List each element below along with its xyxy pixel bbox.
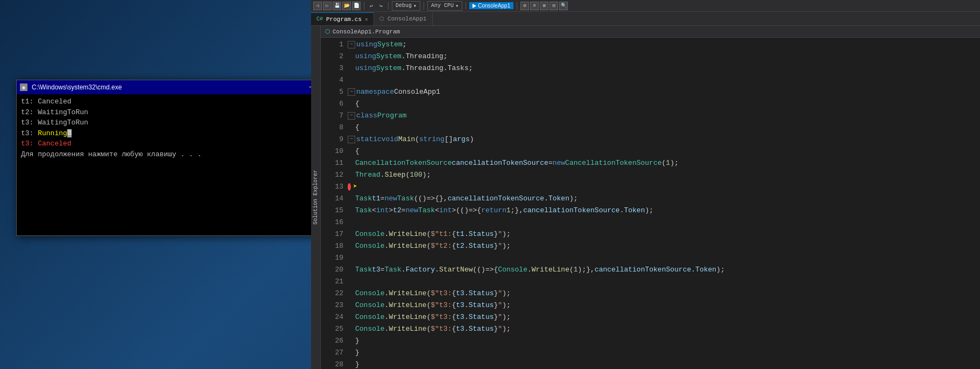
line-num-11: 11 [325, 157, 343, 169]
line-num-22: 22 [325, 288, 343, 300]
cmd-icon: ▣ [20, 83, 27, 91]
code-line-21 [348, 276, 980, 288]
code-line-2: using System.Threading; [348, 51, 980, 62]
tab-close-button[interactable]: ✕ [365, 16, 368, 23]
code-line-27: } [348, 347, 980, 359]
line-num-8: 8 [325, 122, 343, 134]
toolbar-icon-fwd[interactable]: ▷ [323, 2, 332, 10]
line-num-4: 4 [325, 74, 343, 86]
code-line-4 [348, 74, 980, 86]
breakpoint-icon [348, 183, 351, 191]
platform-dropdown[interactable]: Any CPU ▾ [427, 1, 462, 11]
line-num-3: 3 [325, 62, 343, 74]
code-line-9: − static void Main(string[] args) [348, 134, 980, 145]
vs-toolbar: ◁ ▷ 💾 📂 📄 ↩ ↪ Debug ▾ Any CPU ▾ Co [311, 0, 980, 12]
tab-consoleapp1[interactable]: ⬡ ConsoleApp1 [374, 12, 433, 25]
vs-tabs: C# Program.cs ✕ ⬡ ConsoleApp1 [311, 12, 980, 26]
toolbar-icon-new[interactable]: 📄 [352, 2, 361, 10]
play-icon [473, 4, 476, 8]
tab-program-cs[interactable]: C# Program.cs ✕ [311, 12, 374, 25]
code-line-7: − class Program [348, 110, 980, 122]
line-num-28: 28 [325, 359, 343, 369]
debug-config-label: Debug [396, 3, 412, 9]
tab-project-icon: ⬡ [379, 16, 384, 22]
code-line-3: using System.Threading.Tasks; [348, 62, 980, 74]
code-line-28: } [348, 359, 980, 369]
code-line-17: Console.WriteLine($"t1: {t1.Status}"); [348, 228, 980, 240]
vs-code-area[interactable]: 1 2 3 4 5 6 7 8 9 10 11 12 13 14 [321, 38, 980, 369]
toolbar-icon-r4[interactable]: ⊟ [549, 2, 558, 10]
start-debug-button[interactable]: ConsoleApp1 [469, 2, 513, 9]
toolbar-separator-5 [517, 2, 517, 10]
toolbar-icon-save[interactable]: 💾 [333, 2, 341, 10]
code-line-15: Task<int> t2 = new Task<int>(() => { ret… [348, 205, 980, 217]
line-num-1: 1 [325, 39, 343, 51]
line-num-10: 10 [325, 145, 343, 157]
code-line-5: − namespace ConsoleApp1 [348, 86, 980, 98]
start-label: ConsoleApp1 [478, 3, 510, 9]
fold-icon-7[interactable]: − [348, 112, 355, 120]
toolbar-icons-right: ⚙ ≡ ⊞ ⊟ 🔍 [520, 2, 568, 10]
cmd-title-text: C:\Windows\system32\cmd.exe [32, 83, 304, 91]
cmd-output-line: t1: Canceled [21, 96, 340, 107]
line-num-13: 13 [325, 181, 343, 193]
line-num-23: 23 [325, 300, 343, 311]
line-num-2: 2 [325, 51, 343, 62]
code-lines: − using System; using System.Threading; … [348, 38, 980, 369]
toolbar-separator-4 [466, 2, 466, 10]
toolbar-undo[interactable]: ↩ [368, 2, 375, 10]
breadcrumb-namespace: ConsoleApp1.Program [333, 29, 400, 35]
toolbar-icon-r1[interactable]: ⚙ [520, 2, 529, 10]
line-num-19: 19 [325, 252, 343, 264]
vs-main: Solution Explorer ⬡ ConsoleApp1.Program … [311, 26, 980, 369]
toolbar-redo[interactable]: ↪ [377, 2, 385, 10]
code-line-24: Console.WriteLine($"t3: {t3.Status}"); [348, 311, 980, 323]
toolbar-icon-r3[interactable]: ⊞ [540, 2, 548, 10]
line-num-17: 17 [325, 228, 343, 240]
code-line-14: Task t1 = new Task(() => { }, cancellati… [348, 193, 980, 205]
line-num-14: 14 [325, 193, 343, 205]
line-numbers: 1 2 3 4 5 6 7 8 9 10 11 12 13 14 [321, 38, 348, 369]
fold-icon-1[interactable]: − [348, 41, 355, 48]
fold-icon-5[interactable]: − [348, 88, 355, 96]
toolbar-icon-back[interactable]: ◁ [313, 2, 322, 10]
tab-label: Program.cs [326, 16, 362, 23]
fold-icon-9[interactable]: − [348, 136, 355, 143]
code-line-6: { [348, 98, 980, 110]
toolbar-icon-r2[interactable]: ≡ [530, 2, 539, 10]
line-num-20: 20 [325, 264, 343, 276]
code-line-23: Console.WriteLine($"t3: {t3.Status}"); [348, 300, 980, 311]
line-num-12: 12 [325, 169, 343, 181]
sidebar-label: Solution Explorer [313, 170, 319, 225]
line-num-7: 7 [325, 110, 343, 122]
cmd-output-line: t3: Canceled [21, 138, 340, 149]
code-line-13: ➤ [348, 181, 980, 193]
line-num-5: 5 [325, 86, 343, 98]
code-line-20: Task t3 = Task.Factory.StartNew(() => { … [348, 264, 980, 276]
cmd-output-line: Для продолжения нажмите любую клавишу . … [21, 149, 340, 160]
toolbar-icon-open[interactable]: 📂 [342, 2, 351, 10]
line-num-25: 25 [325, 323, 343, 335]
line-num-26: 26 [325, 335, 343, 347]
solution-explorer-sidebar[interactable]: Solution Explorer [311, 26, 321, 369]
tab-project-label: ConsoleApp1 [387, 16, 427, 22]
debug-config-dropdown[interactable]: Debug ▾ [392, 1, 420, 11]
vs-editor: ⬡ ConsoleApp1.Program 1 2 3 4 5 6 7 8 9 [321, 26, 980, 369]
code-line-22: Console.WriteLine($"t3: {t3.Status}"); [348, 288, 980, 300]
cmd-output-line: t3: WaitingToRun [21, 117, 340, 128]
platform-label: Any CPU [431, 3, 454, 9]
chevron-down-icon: ▾ [413, 3, 417, 9]
line-num-15: 15 [325, 205, 343, 217]
vs-breadcrumb: ⬡ ConsoleApp1.Program [321, 26, 980, 38]
cmd-titlebar: ▣ C:\Windows\system32\cmd.exe ─ □ ✕ [17, 80, 349, 94]
code-line-8: { [348, 122, 980, 134]
line-num-21: 21 [325, 276, 343, 288]
toolbar-separator-3 [424, 2, 424, 10]
code-line-1: − using System; [348, 39, 980, 51]
code-line-16 [348, 217, 980, 228]
line-num-18: 18 [325, 240, 343, 252]
toolbar-icon-r5[interactable]: 🔍 [559, 2, 568, 10]
cmd-body: t1: Canceled t2: WaitingToRun t3: Waitin… [17, 94, 344, 235]
code-line-19 [348, 252, 980, 264]
code-line-18: Console.WriteLine($"t2: {t2.Status}"); [348, 240, 980, 252]
